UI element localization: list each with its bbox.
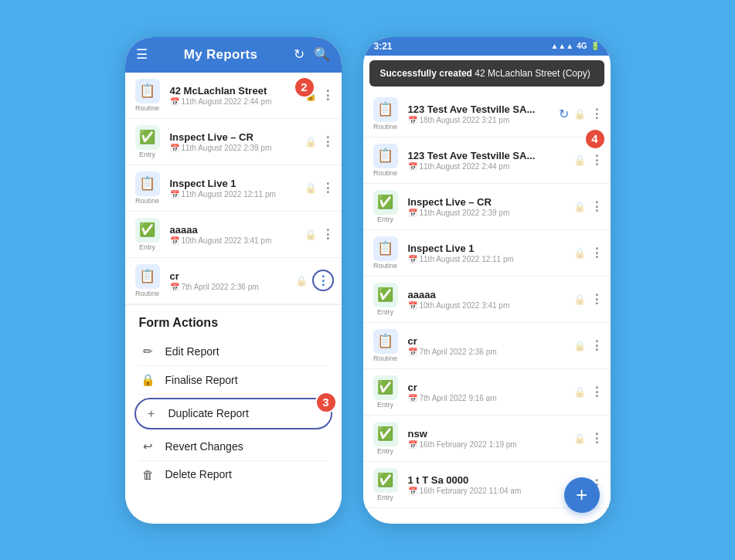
report-icon: ✅	[373, 190, 398, 215]
report-icon-green: ✅	[135, 125, 160, 150]
phone-right: 3:21 ▲▲▲ 4G 🔋 Successfully created 42 Mc…	[363, 37, 611, 524]
report-actions: ↻ 🔒 ⋮	[559, 107, 603, 121]
report-icon: ✅	[373, 375, 398, 400]
lock-icon: 🔒	[305, 182, 317, 194]
more-menu-icon[interactable]: ⋮	[590, 246, 603, 260]
report-icon-green: ✅	[135, 218, 160, 243]
report-name: 42 McLachlan Street	[170, 85, 297, 97]
form-actions-title: Form Actions	[139, 316, 328, 330]
report-icon-wrap: 📋 Routine	[133, 79, 162, 112]
report-name: nsw	[408, 428, 566, 440]
report-icon: 📋	[373, 236, 398, 261]
report-icon: ✅	[373, 422, 398, 446]
more-menu-icon[interactable]: ⋮	[590, 292, 603, 307]
more-menu-icon[interactable]: ⋮	[590, 338, 603, 353]
report-icon-blue: 📋	[135, 264, 160, 289]
report-item-3: ✅ Entry aaaaa 📅 10th August 2022 3:41 pm…	[125, 212, 342, 258]
right-report-item-1: 📋Routine 123 Test Ave Testville SA...📅11…	[363, 137, 611, 184]
report-type: Routine	[135, 290, 159, 297]
edit-report-action[interactable]: ✏ Edit Report	[139, 338, 328, 366]
more-menu-icon[interactable]: ⋮	[322, 134, 334, 149]
report-icon-wrap: 📋 Routine	[133, 171, 162, 205]
revert-changes-action[interactable]: ↩ Revert Changes	[139, 433, 328, 461]
edit-icon: ✏	[141, 344, 156, 358]
calendar-icon: 📅	[408, 116, 417, 124]
more-menu-icon[interactable]: ⋮	[590, 199, 603, 214]
lock-icon: 🔒	[573, 294, 586, 305]
right-report-item-7: ✅Entry nsw📅16th February 2022 1:19 pm 🔒⋮	[363, 416, 611, 462]
revert-changes-label: Revert Changes	[165, 440, 243, 453]
refresh-icon[interactable]: ↻	[559, 107, 569, 121]
app-header-left: ☰ My Reports ↻ 🔍	[125, 37, 342, 73]
more-menu-icon[interactable]: ⋮	[322, 181, 334, 195]
report-type: Routine	[373, 123, 397, 131]
more-menu-icon-highlighted[interactable]: ⋮	[312, 270, 334, 291]
duplicate-report-label: Duplicate Report	[168, 407, 249, 419]
more-menu-icon[interactable]: ⋮	[590, 385, 603, 399]
report-name: cr	[408, 382, 566, 393]
report-actions: 🔒 ⋮	[305, 227, 334, 242]
report-item-2: 📋 Routine Inspect Live 1 📅 11th August 2…	[125, 165, 342, 212]
report-name: 123 Test Ave Testville SA...	[408, 104, 551, 115]
success-banner: Successfully created 42 McLachlan Street…	[369, 60, 604, 87]
report-name: cr	[408, 335, 566, 347]
report-name: aaaaa	[170, 224, 297, 236]
report-name: 1 t T Sa 0000	[408, 474, 566, 486]
lock-icon: 🔒	[305, 136, 317, 148]
right-report-item-4: ✅Entry aaaaa📅10th August 2022 3:41 pm 🔒⋮	[363, 277, 611, 323]
report-item-1: ✅ Entry Inspect Live – CR 📅 11th August …	[125, 119, 342, 165]
report-type: Routine	[135, 104, 159, 112]
report-info: Inspect Live 1 📅 11th August 2022 12:11 …	[170, 178, 297, 199]
report-type: Routine	[135, 197, 159, 205]
delete-report-action[interactable]: 🗑 Delete Report	[139, 461, 328, 488]
lock-icon: 🔒	[305, 229, 317, 240]
duplicate-report-action[interactable]: ＋ Duplicate Report 3	[134, 398, 332, 429]
success-text: Successfully created 42 McLachlan Street…	[380, 68, 590, 79]
lock-icon: 🔒	[573, 154, 586, 166]
report-list-left: 2 📋 Routine 42 McLachlan Street 📅 11th A…	[125, 73, 342, 304]
report-icon: ✅	[373, 283, 398, 307]
report-date: 📅 7th April 2022 2:36 pm	[170, 283, 288, 291]
report-name: 123 Test Ave Testville SA...	[408, 150, 566, 161]
more-menu-icon[interactable]: ⋮	[322, 88, 334, 103]
report-icon-blue: 📋	[135, 171, 160, 196]
right-report-item-3: 📋Routine Inspect Live 1📅11th August 2022…	[363, 230, 611, 277]
report-date: 📅 18th August 2022 3:21 pm	[408, 116, 551, 124]
right-report-item-6: ✅Entry cr📅7th April 2022 9:16 am 🔒⋮	[363, 369, 611, 416]
calendar-icon: 📅	[170, 144, 179, 152]
status-time: 3:21	[374, 41, 393, 52]
report-name: Inspect Live 1	[408, 243, 566, 254]
report-icon: 📋	[373, 144, 398, 168]
search-icon[interactable]: 🔍	[314, 46, 330, 63]
lock-icon: 🔒	[573, 340, 586, 351]
menu-icon[interactable]: ☰	[136, 46, 148, 63]
more-menu-icon[interactable]: ⋮	[590, 431, 603, 446]
finalise-report-label: Finalise Report	[165, 374, 238, 386]
more-menu-icon[interactable]: ⋮	[322, 227, 334, 242]
report-date: 📅 11th August 2022 2:39 pm	[170, 144, 297, 152]
report-date: 📅 11th August 2022 12:11 pm	[170, 190, 297, 199]
report-item-4: 📋 Routine cr 📅 7th April 2022 2:36 pm 🔒 …	[125, 258, 342, 304]
more-menu-icon[interactable]: ⋮	[590, 153, 603, 168]
report-date: 📅 10th August 2022 3:41 pm	[170, 236, 297, 245]
step-badge-4: 4	[584, 128, 606, 150]
refresh-icon[interactable]: ↻	[294, 46, 305, 63]
more-menu-icon[interactable]: ⋮	[590, 107, 603, 121]
network-icon: 4G	[577, 42, 587, 50]
lock-icon: 🔒	[573, 247, 586, 259]
report-icon-wrap: ✅ Entry	[133, 125, 162, 158]
report-icon: ✅	[373, 468, 398, 493]
report-info: cr 📅 7th April 2022 2:36 pm	[170, 270, 288, 291]
report-icon: 📋	[373, 329, 398, 354]
lock-icon: 🔒	[141, 373, 156, 387]
status-icons: ▲▲▲ 4G 🔋	[550, 42, 599, 50]
delete-icon: 🗑	[141, 468, 156, 481]
lock-icon: 🔒	[295, 275, 308, 287]
report-icon-wrap: 📋 Routine	[371, 97, 400, 131]
report-name: cr	[170, 270, 288, 282]
fab-add-button[interactable]: +	[564, 477, 600, 513]
report-actions: 🔒 ⋮	[305, 134, 334, 149]
finalise-report-action[interactable]: 🔒 Finalise Report	[139, 366, 328, 395]
report-name: Inspect Live – CR	[170, 131, 297, 143]
calendar-icon: 📅	[170, 236, 179, 245]
